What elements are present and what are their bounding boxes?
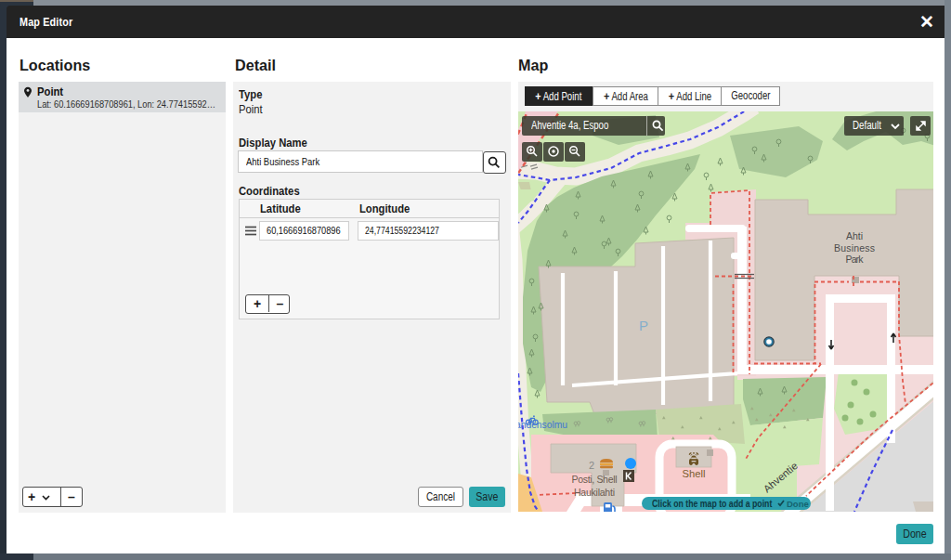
svg-text:2: 2: [589, 460, 594, 471]
svg-text:Business: Business: [834, 242, 875, 254]
svg-text:andensolmu: andensolmu: [518, 419, 567, 430]
svg-text:Haukilahti: Haukilahti: [574, 487, 615, 498]
svg-text:Ahventie: Ahventie: [762, 460, 800, 494]
svg-text:Shell: Shell: [683, 468, 706, 479]
svg-text:Posti, Shell: Posti, Shell: [572, 474, 618, 485]
svg-text:P: P: [639, 318, 648, 333]
svg-text:Park: Park: [846, 254, 865, 265]
svg-text:Ahti: Ahti: [846, 230, 863, 241]
